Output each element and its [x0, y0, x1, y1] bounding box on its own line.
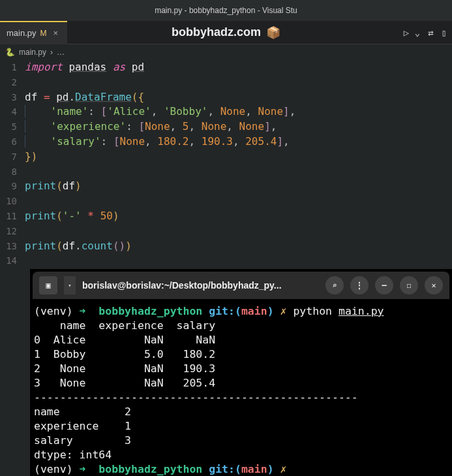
branding-text: bobbyhadz.com [172, 25, 261, 39]
line-number: 4 [0, 104, 17, 119]
play-icon: ▷ [404, 27, 409, 38]
tab-filename: main.py [7, 28, 37, 38]
prompt-filename: main.py [339, 305, 384, 317]
minimize-icon[interactable]: — [375, 276, 393, 294]
prompt-dirty-icon: ✗ [280, 463, 287, 475]
line-number: 12 [0, 224, 17, 239]
branding: bobbyhadz.com 📦 [172, 25, 280, 40]
terminal-output-line: ----------------------------------------… [34, 391, 358, 404]
line-number: 8 [0, 165, 17, 180]
close-icon[interactable]: × [51, 28, 61, 38]
terminal-body[interactable]: (venv) ➜ bobbyhadz_python git:(main) ✗ p… [30, 299, 452, 476]
terminal-panel: ▣ ▾ borislav@borislav:~/Desktop/bobbyhad… [30, 269, 452, 476]
close-icon[interactable]: ✕ [425, 276, 443, 294]
code-line: df = pd.DataFrame({ [25, 90, 447, 105]
code-line: print('-' * 50) [25, 209, 447, 224]
code-line: }) [25, 150, 447, 165]
prompt-git: git:( [209, 305, 241, 317]
breadcrumb-separator: › [50, 48, 53, 57]
terminal-output-line: name 2 [34, 405, 131, 418]
code-line [25, 224, 447, 239]
prompt-venv: (venv) [34, 305, 73, 317]
menu-icon[interactable]: ⋮ [350, 276, 369, 294]
prompt-dirty-icon: ✗ [280, 305, 287, 317]
code-editor[interactable]: 1 2 3 4 5 6 7 8 9 10 11 12 13 14 import … [0, 60, 452, 268]
code-line: import pandas as pd [25, 60, 447, 75]
code-content[interactable]: import pandas as pd df = pd.DataFrame({ … [25, 60, 452, 268]
terminal-title: borislav@borislav:~/Desktop/bobbyhadz_py… [82, 280, 319, 291]
prompt-dir: bobbyhadz_python [98, 305, 202, 317]
line-number: 5 [0, 119, 17, 135]
code-line: print(df.count()) [25, 239, 447, 254]
code-line: 'experience': [None, 5, None, None], [25, 119, 447, 135]
code-line [25, 194, 447, 209]
code-line [25, 253, 447, 268]
terminal-output-line: 2 None NaN 190.3 [34, 362, 215, 375]
line-number: 2 [0, 75, 17, 90]
code-line [25, 165, 447, 180]
window-title-bar: main.py - bobbyhadz_python - Visual Stu [0, 0, 452, 21]
terminal-dropdown[interactable]: ▾ [64, 276, 76, 294]
prompt-branch: main [241, 305, 267, 317]
terminal-output-line: 0 Alice NaN NaN [34, 334, 215, 346]
prompt-branch: main [241, 463, 267, 475]
prompt-git: git:( [209, 463, 241, 475]
breadcrumb-ellipsis: … [57, 48, 65, 57]
code-line: 'salary': [None, 180.2, 190.3, 205.4], [25, 135, 447, 150]
breadcrumb-file: main.py [19, 48, 46, 57]
prompt-arrow-icon: ➜ [80, 305, 86, 317]
tab-dirty-indicator: M [40, 29, 47, 38]
code-line: 'name': ['Alice', 'Bobby', None, None], [25, 104, 447, 119]
search-icon[interactable]: ⌕ [325, 276, 344, 294]
prompt-venv: (venv) [34, 463, 73, 475]
line-number: 11 [0, 209, 17, 224]
terminal-output-line: 3 None NaN 205.4 [34, 377, 215, 389]
tab-main-py[interactable]: main.py M × [0, 21, 67, 44]
line-number: 6 [0, 135, 17, 150]
terminal-output-line: dtype: int64 [34, 449, 112, 461]
prompt-git-close: ) [267, 305, 274, 317]
line-number: 13 [0, 239, 17, 254]
line-number: 9 [0, 179, 17, 194]
code-line: print(df) [25, 179, 447, 194]
compare-icon[interactable]: ⇄ [428, 27, 433, 38]
run-controls: ▷ ⌄ ⇄ ▯ [404, 27, 447, 38]
more-icon[interactable]: ▯ [442, 27, 447, 38]
terminal-output-line: experience 1 [34, 420, 131, 432]
terminal-header: ▣ ▾ borislav@borislav:~/Desktop/bobbyhad… [33, 272, 449, 299]
breadcrumb[interactable]: 🐍 main.py › … [0, 44, 452, 60]
terminal-output-line: 1 Bobby 5.0 180.2 [34, 348, 215, 360]
new-tab-button[interactable]: ▣ [39, 276, 57, 294]
line-number-gutter: 1 2 3 4 5 6 7 8 9 10 11 12 13 14 [0, 60, 25, 268]
editor-tab-bar: main.py M × bobbyhadz.com 📦 ▷ ⌄ ⇄ ▯ [0, 21, 452, 44]
terminal-output-line: name experience salary [34, 319, 215, 332]
terminal-output-line: salary 3 [34, 434, 131, 447]
line-number: 1 [0, 60, 17, 75]
python-file-icon: 🐍 [5, 48, 15, 57]
window-title: main.py - bobbyhadz_python - Visual Stu [155, 6, 297, 15]
package-icon: 📦 [266, 25, 280, 40]
run-button[interactable]: ▷ ⌄ [404, 27, 420, 38]
line-number: 10 [0, 194, 17, 209]
line-number: 14 [0, 253, 17, 268]
maximize-icon[interactable]: ☐ [400, 276, 418, 294]
line-number: 7 [0, 150, 17, 165]
prompt-dir: bobbyhadz_python [98, 463, 202, 475]
line-number: 3 [0, 90, 17, 105]
prompt-git-close: ) [267, 463, 274, 475]
chevron-down-icon: ⌄ [415, 27, 420, 38]
code-line [25, 75, 447, 90]
prompt-command: python [293, 305, 332, 317]
prompt-arrow-icon: ➜ [80, 463, 86, 475]
